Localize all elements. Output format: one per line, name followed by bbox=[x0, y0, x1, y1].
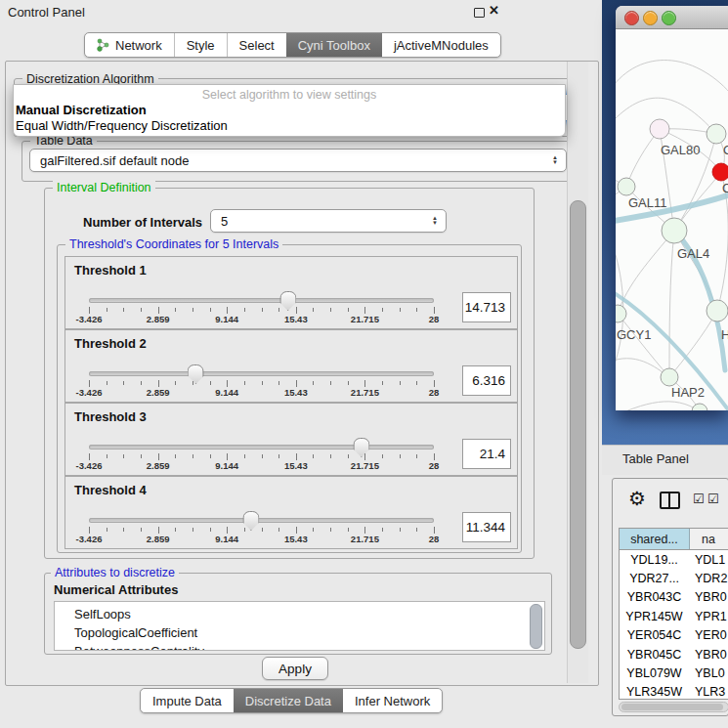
table-cell: YDR2 bbox=[689, 572, 727, 585]
close-icon[interactable]: ✕ bbox=[489, 3, 499, 18]
list-scrollbar[interactable] bbox=[530, 604, 542, 649]
slider-tick bbox=[244, 528, 245, 532]
slider-tick bbox=[364, 307, 365, 314]
dropdown-prompt: Select algorithm to view settings bbox=[14, 85, 565, 103]
numerical-attributes-list[interactable]: SelfLoopsTopologicalCoefficientBetweenne… bbox=[54, 601, 545, 651]
network-node[interactable] bbox=[662, 218, 687, 243]
slider-tick-label: 21.715 bbox=[351, 460, 379, 471]
tab-network[interactable]: Network bbox=[85, 33, 175, 57]
slider-tick bbox=[400, 454, 401, 458]
dropdown-option-equal-width[interactable]: Equal Width/Frequency Discretization bbox=[14, 118, 565, 134]
slider-tick bbox=[400, 381, 401, 385]
attribute-item[interactable]: BetweennessCentrality bbox=[55, 642, 544, 651]
network-node[interactable] bbox=[661, 368, 678, 386]
slider-tick bbox=[175, 528, 176, 532]
table-panel: ⚙ ☑ ☑ shared... na YDL19...YDL1YDR27...Y… bbox=[612, 478, 728, 716]
threshold-1-panel: Threshold 1 -3.4262.8599.14415.4321.7152… bbox=[64, 256, 518, 329]
columns-icon[interactable] bbox=[660, 492, 680, 509]
checkbox-icon[interactable]: ☑ bbox=[707, 492, 719, 506]
tab-infer-network[interactable]: Infer Network bbox=[343, 689, 442, 712]
slider-tick bbox=[107, 308, 107, 312]
slider-tick bbox=[141, 308, 142, 312]
table-row[interactable]: YBL079WYBL0 bbox=[620, 664, 728, 682]
network-window-titlebar[interactable] bbox=[616, 6, 728, 29]
slider-tick bbox=[278, 381, 279, 385]
zoom-traffic-light-icon[interactable] bbox=[662, 11, 676, 25]
network-node[interactable] bbox=[692, 404, 707, 410]
table-row[interactable]: YPR145WYPR1 bbox=[620, 607, 728, 625]
dropdown-option-manual[interactable]: Manual Discretization bbox=[14, 103, 565, 118]
table-row[interactable]: YDL19...YDL1 bbox=[620, 550, 728, 569]
slider-tick bbox=[416, 308, 417, 312]
table-row[interactable]: YBR045CYBR0 bbox=[620, 645, 728, 664]
network-icon bbox=[97, 38, 109, 52]
tab-select[interactable]: Select bbox=[228, 33, 286, 57]
control-panel-tabs: Network Style Select Cyni Toolbox jActiv… bbox=[84, 32, 501, 58]
column-header-name[interactable]: na bbox=[690, 529, 728, 549]
table-row[interactable]: YER054CYER0 bbox=[620, 626, 728, 645]
tab-discretize-data[interactable]: Discretize Data bbox=[234, 689, 343, 712]
panel-scrollbar-thumb[interactable] bbox=[570, 200, 586, 649]
apply-button[interactable]: Apply bbox=[262, 657, 328, 680]
tab-jactivemnodules[interactable]: jActiveMNodules bbox=[382, 33, 500, 57]
table-data-select[interactable]: galFiltered.sif default node ▲▼ bbox=[29, 149, 567, 172]
slider-tick bbox=[330, 528, 331, 532]
gear-icon[interactable]: ⚙ bbox=[628, 487, 646, 510]
network-window[interactable]: GAL80 G C GAL11 GAL4 GCY1 H HAP2 bbox=[616, 6, 728, 410]
table-cell: YDL1 bbox=[689, 553, 725, 567]
slider-tick-label: 2.859 bbox=[147, 314, 170, 324]
network-node[interactable] bbox=[616, 305, 626, 322]
slider-tick bbox=[244, 454, 245, 458]
slider-tick bbox=[244, 381, 245, 385]
network-node[interactable] bbox=[650, 119, 669, 139]
threshold-3-value-field[interactable]: 21.4 bbox=[462, 439, 511, 469]
threshold-2-slider[interactable] bbox=[89, 371, 434, 376]
slider-tick bbox=[193, 381, 193, 385]
table-row[interactable]: YBR043CYBR0 bbox=[620, 588, 728, 607]
tab-impute-data[interactable]: Impute Data bbox=[141, 689, 234, 712]
slider-tick bbox=[278, 454, 279, 458]
table-cell: YBR045C bbox=[620, 648, 689, 662]
threshold-3-slider[interactable] bbox=[89, 445, 434, 450]
threshold-1-slider[interactable] bbox=[89, 298, 434, 303]
network-canvas[interactable]: GAL80 G C GAL11 GAL4 GCY1 H HAP2 bbox=[616, 30, 728, 410]
thresholds-group-title: Threshold's Coordinates for 5 Intervals bbox=[65, 237, 282, 251]
table-cell: YER054C bbox=[620, 628, 689, 642]
table-row[interactable]: YLR345WYLR3 bbox=[620, 683, 728, 700]
slider-tick bbox=[434, 307, 435, 314]
column-header-shared-name[interactable]: shared... bbox=[620, 529, 690, 549]
minimize-traffic-light-icon[interactable] bbox=[643, 11, 658, 25]
slider-tick bbox=[416, 454, 417, 458]
table-hscrollbar-thumb[interactable] bbox=[621, 704, 723, 710]
threshold-1-value-field[interactable]: 14.713 bbox=[462, 292, 511, 322]
threshold-4-slider[interactable] bbox=[89, 518, 434, 523]
table-cell: YBL079W bbox=[620, 666, 689, 680]
tab-cyni-toolbox[interactable]: Cyni Toolbox bbox=[286, 33, 382, 57]
network-node[interactable] bbox=[707, 124, 726, 144]
network-node[interactable] bbox=[712, 163, 728, 181]
spinner-icon: ▲▼ bbox=[432, 216, 438, 226]
network-node[interactable] bbox=[618, 178, 635, 195]
threshold-3-panel: Threshold 3 -3.4262.8599.14415.4321.7152… bbox=[64, 403, 518, 476]
close-traffic-light-icon[interactable] bbox=[624, 11, 639, 25]
tab-style[interactable]: Style bbox=[175, 33, 228, 57]
threshold-4-value-field[interactable]: 11.344 bbox=[462, 512, 511, 542]
slider-tick-label: 28 bbox=[429, 460, 440, 471]
slider-tick bbox=[158, 527, 159, 534]
number-of-intervals-select[interactable]: 5 ▲▼ bbox=[210, 209, 447, 233]
float-window-icon[interactable] bbox=[474, 8, 485, 18]
slider-tick bbox=[400, 528, 401, 532]
network-node[interactable] bbox=[707, 300, 728, 321]
slider-tick bbox=[313, 528, 314, 532]
threshold-2-value-field[interactable]: 6.316 bbox=[462, 365, 511, 396]
slider-tick bbox=[364, 453, 365, 460]
attribute-item[interactable]: TopologicalCoefficient bbox=[55, 623, 544, 642]
table-hscrollbar[interactable] bbox=[619, 702, 728, 712]
slider-tick bbox=[210, 528, 211, 532]
slider-tick-label: 21.715 bbox=[351, 387, 379, 398]
slider-tick bbox=[348, 454, 349, 458]
attribute-item[interactable]: SelfLoops bbox=[55, 605, 544, 623]
table-row[interactable]: YDR27...YDR2 bbox=[620, 569, 728, 587]
checkbox-icon[interactable]: ☑ bbox=[693, 492, 705, 506]
node-label: GAL11 bbox=[628, 195, 667, 210]
